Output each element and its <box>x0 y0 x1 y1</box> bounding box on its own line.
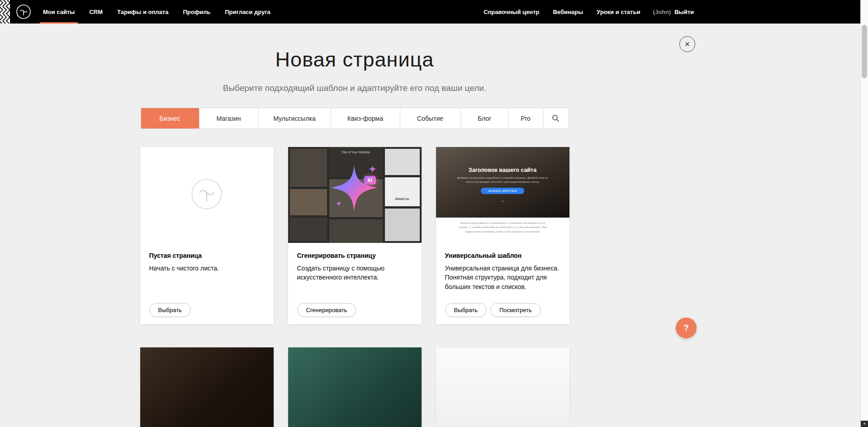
search-icon <box>552 114 560 122</box>
help-icon[interactable]: ? <box>676 318 697 338</box>
scrollbar-track[interactable]: ▾ <box>860 0 868 427</box>
nav-item-my-sites[interactable]: Мои сайты <box>42 0 76 24</box>
page-subtitle: Выберите подходящий шаблон и адаптируйте… <box>0 83 709 93</box>
zigzag-pattern-icon <box>0 0 10 24</box>
template-preview-image <box>436 347 569 427</box>
nav-item-help-center[interactable]: Справочный центр <box>483 9 540 15</box>
new-page-modal: ✕ Новая страница Выберите подходящий шаб… <box>0 24 709 427</box>
mosaic-tile <box>329 219 383 243</box>
close-icon[interactable]: ✕ <box>679 36 695 52</box>
template-card-ai-generate[interactable]: Title of Your Website About us <box>288 147 422 324</box>
template-card-blank-page[interactable]: Пустая страница Начать с чистого листа. … <box>140 147 274 324</box>
page-title: Новая страница <box>0 24 709 71</box>
blank-page-preview <box>140 147 274 243</box>
template-category-tabs: Бизнес Магазин Мультиссылка Квиз-форма С… <box>141 108 569 129</box>
card-title: Универсальный шаблон <box>445 252 560 259</box>
preview-body-text: Коротко представьтесь и расскажите о ком… <box>458 221 547 234</box>
tab-multilink[interactable]: Мультиссылка <box>259 108 331 128</box>
logout-link[interactable]: Выйти <box>674 9 695 15</box>
nav-item-invite-friend[interactable]: Пригласи друга <box>224 0 271 24</box>
user-name: (John) <box>653 9 671 15</box>
preview-hero-text: Добавьте интересные подробности о вашей … <box>455 176 550 184</box>
nav-item-tariffs[interactable]: Тарифы и оплата <box>116 0 169 24</box>
mosaic-tile <box>385 149 420 175</box>
preview-hero-title: Заголовок вашего сайта <box>436 167 569 173</box>
card-title: Сгенерировать страницу <box>297 252 413 259</box>
nav-item-crm[interactable]: CRM <box>88 0 104 24</box>
ai-sparkle-icon <box>326 163 383 218</box>
nav-item-lessons[interactable]: Уроки и статьи <box>596 9 641 15</box>
tab-pro[interactable]: Pro <box>509 108 543 128</box>
generate-button[interactable]: Сгенерировать <box>297 303 356 317</box>
scrollbar-thumb[interactable] <box>862 25 867 78</box>
mosaic-tile <box>290 149 327 187</box>
tab-event[interactable]: Событие <box>400 108 461 128</box>
select-blank-button[interactable]: Выбрать <box>149 303 191 317</box>
tab-business[interactable]: Бизнес <box>141 108 199 128</box>
nav-item-webinars[interactable]: Вебинары <box>552 9 584 15</box>
universal-template-preview: Заголовок вашего сайта Добавьте интересн… <box>436 147 569 243</box>
mosaic-tile <box>290 189 327 215</box>
ai-generate-preview: Title of Your Website About us <box>288 147 422 243</box>
card-description: Создать страницу с помощью искусственног… <box>297 264 413 282</box>
template-card-universal[interactable]: Заголовок вашего сайта Добавьте интересн… <box>436 147 569 324</box>
select-universal-button[interactable]: Выбрать <box>445 303 487 317</box>
card-description: Универсальная страница для бизнеса. Поня… <box>445 264 560 291</box>
ai-badge: AI <box>364 176 376 185</box>
tab-quiz-form[interactable]: Квиз-форма <box>331 108 400 128</box>
tilda-logo-icon[interactable] <box>16 4 31 19</box>
mosaic-tile <box>290 218 327 241</box>
card-title: Пустая страница <box>149 252 265 259</box>
template-preview-image <box>288 347 422 427</box>
close-glyph: ✕ <box>684 40 690 48</box>
mosaic-tile <box>385 209 420 241</box>
top-navbar: Мои сайты CRM Тарифы и оплата Профиль Пр… <box>0 0 868 24</box>
tab-shop[interactable]: Магазин <box>199 108 259 128</box>
chevron-down-icon: ⌄ <box>436 199 569 203</box>
preview-universal-button[interactable]: Посмотреть <box>490 303 541 317</box>
template-cards-grid: Пустая страница Начать с чистого листа. … <box>140 147 569 427</box>
scroll-down-icon[interactable]: ▾ <box>861 421 868 427</box>
template-card-partial-3[interactable] <box>436 347 569 427</box>
template-preview-image <box>140 347 274 427</box>
template-card-partial-1[interactable] <box>140 347 274 427</box>
preview-cta-button: ЦЕЛЕВОЕ ДЕЙСТВИЕ <box>481 188 524 194</box>
mosaic-tile-about: About us <box>385 177 420 206</box>
tab-blog[interactable]: Блог <box>461 108 509 128</box>
tilda-watermark-icon <box>190 178 223 212</box>
template-card-partial-2[interactable] <box>288 347 422 427</box>
nav-item-profile[interactable]: Профиль <box>182 0 211 24</box>
card-description: Начать с чистого листа. <box>149 264 265 273</box>
tab-search[interactable] <box>543 108 569 128</box>
